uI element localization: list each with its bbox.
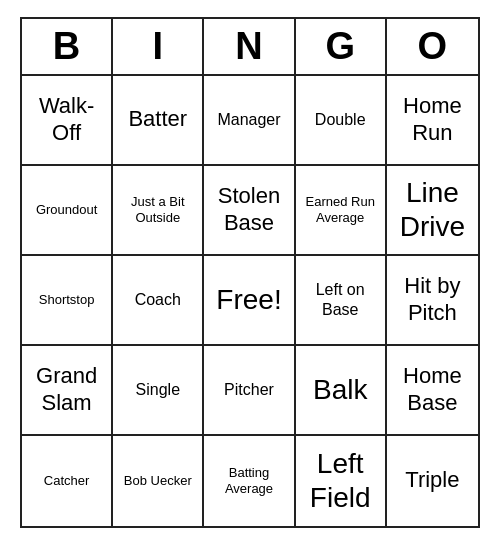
header-letter-g: G	[296, 19, 387, 74]
cell-r3-c2: Pitcher	[204, 346, 295, 436]
cell-text-r0-c0: Walk-Off	[28, 93, 105, 146]
header-letter-i: I	[113, 19, 204, 74]
cell-r2-c3: Left on Base	[296, 256, 387, 346]
cell-r1-c0: Groundout	[22, 166, 113, 256]
cell-r1-c3: Earned Run Average	[296, 166, 387, 256]
cell-r0-c3: Double	[296, 76, 387, 166]
cell-r1-c2: Stolen Base	[204, 166, 295, 256]
cell-r4-c4: Triple	[387, 436, 478, 526]
cell-r1-c4: Line Drive	[387, 166, 478, 256]
cell-r0-c2: Manager	[204, 76, 295, 166]
cell-text-r2-c4: Hit by Pitch	[393, 273, 472, 326]
cell-text-r3-c2: Pitcher	[224, 380, 274, 399]
header-letter-b: B	[22, 19, 113, 74]
cell-r4-c2: Batting Average	[204, 436, 295, 526]
cell-r3-c3: Balk	[296, 346, 387, 436]
cell-text-r1-c0: Groundout	[36, 202, 97, 218]
cell-text-r2-c0: Shortstop	[39, 292, 95, 308]
cell-text-r4-c1: Bob Uecker	[124, 473, 192, 489]
cell-text-r4-c4: Triple	[405, 467, 459, 493]
bingo-header: BINGO	[22, 19, 478, 76]
header-letter-o: O	[387, 19, 478, 74]
cell-text-r1-c4: Line Drive	[393, 176, 472, 243]
cell-text-r3-c0: Grand Slam	[28, 363, 105, 416]
cell-r4-c0: Catcher	[22, 436, 113, 526]
cell-r2-c0: Shortstop	[22, 256, 113, 346]
cell-text-r4-c2: Batting Average	[210, 465, 287, 496]
cell-text-r1-c2: Stolen Base	[210, 183, 287, 236]
cell-text-r3-c4: Home Base	[393, 363, 472, 416]
cell-r0-c1: Batter	[113, 76, 204, 166]
cell-text-r3-c3: Balk	[313, 373, 367, 407]
cell-text-r0-c3: Double	[315, 110, 366, 129]
cell-text-r2-c2: Free!	[216, 283, 281, 317]
cell-r3-c0: Grand Slam	[22, 346, 113, 436]
cell-text-r1-c1: Just a Bit Outside	[119, 194, 196, 225]
cell-r1-c1: Just a Bit Outside	[113, 166, 204, 256]
cell-r2-c1: Coach	[113, 256, 204, 346]
cell-text-r0-c2: Manager	[217, 110, 280, 129]
cell-r3-c1: Single	[113, 346, 204, 436]
cell-text-r4-c3: Left Field	[302, 447, 379, 514]
bingo-grid: Walk-OffBatterManagerDoubleHome RunGroun…	[22, 76, 478, 526]
cell-text-r0-c4: Home Run	[393, 93, 472, 146]
cell-r0-c4: Home Run	[387, 76, 478, 166]
cell-r4-c3: Left Field	[296, 436, 387, 526]
cell-r4-c1: Bob Uecker	[113, 436, 204, 526]
cell-r0-c0: Walk-Off	[22, 76, 113, 166]
cell-text-r2-c1: Coach	[135, 290, 181, 309]
cell-r3-c4: Home Base	[387, 346, 478, 436]
cell-text-r4-c0: Catcher	[44, 473, 90, 489]
bingo-card: BINGO Walk-OffBatterManagerDoubleHome Ru…	[20, 17, 480, 528]
cell-text-r1-c3: Earned Run Average	[302, 194, 379, 225]
cell-r2-c2: Free!	[204, 256, 295, 346]
cell-text-r3-c1: Single	[136, 380, 180, 399]
cell-r2-c4: Hit by Pitch	[387, 256, 478, 346]
cell-text-r2-c3: Left on Base	[302, 280, 379, 318]
header-letter-n: N	[204, 19, 295, 74]
cell-text-r0-c1: Batter	[128, 106, 187, 132]
